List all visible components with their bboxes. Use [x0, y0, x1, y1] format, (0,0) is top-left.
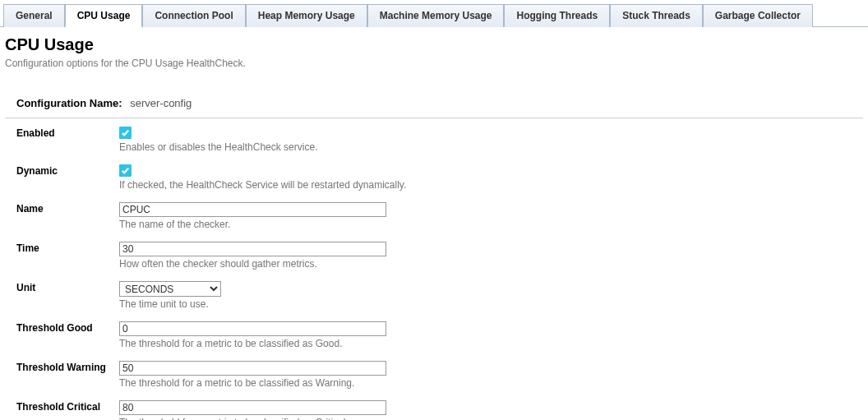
unit-label: Unit — [16, 281, 119, 321]
threshold-good-help: The threshold for a metric to be classif… — [119, 338, 406, 349]
name-help: The name of the checker. — [119, 219, 406, 230]
dynamic-label: Dynamic — [16, 164, 119, 202]
enabled-label: Enabled — [16, 127, 119, 164]
tab-cpu-usage[interactable]: CPU Usage — [65, 4, 143, 27]
threshold-warning-help: The threshold for a metric to be classif… — [119, 377, 406, 389]
tab-garbage-collector[interactable]: Garbage Collector — [703, 4, 813, 27]
tab-general[interactable]: General — [3, 4, 65, 27]
page-header: CPU Usage Configuration options for the … — [0, 27, 868, 74]
threshold-critical-input[interactable] — [119, 400, 386, 415]
tab-bar: General CPU Usage Connection Pool Heap M… — [0, 0, 868, 27]
form-table: Enabled Enables or disables the HealthCh… — [16, 127, 406, 420]
config-name-label: Configuration Name: — [16, 97, 122, 109]
threshold-warning-input[interactable] — [119, 361, 386, 376]
tab-machine-memory-usage[interactable]: Machine Memory Usage — [367, 4, 505, 27]
name-label: Name — [16, 202, 119, 242]
name-input[interactable] — [119, 202, 386, 217]
dynamic-checkbox[interactable] — [119, 164, 132, 177]
tab-hogging-threads[interactable]: Hogging Threads — [504, 4, 610, 27]
unit-help: The time unit to use. — [119, 298, 406, 310]
threshold-good-label: Threshold Good — [16, 321, 119, 361]
divider — [5, 118, 863, 118]
tab-heap-memory-usage[interactable]: Heap Memory Usage — [246, 4, 367, 27]
threshold-good-input[interactable] — [119, 321, 386, 336]
check-icon — [121, 166, 130, 175]
check-icon — [121, 128, 130, 137]
time-input[interactable] — [119, 242, 386, 256]
threshold-critical-help: The threshold for a metric to be classif… — [119, 417, 406, 420]
page-subtitle: Configuration options for the CPU Usage … — [5, 58, 863, 69]
dynamic-help: If checked, the HealthCheck Service will… — [119, 179, 406, 191]
page-title: CPU Usage — [5, 35, 863, 54]
threshold-critical-label: Threshold Critical — [16, 400, 119, 420]
unit-select[interactable]: SECONDS — [119, 281, 221, 297]
enabled-help: Enables or disables the HealthCheck serv… — [119, 141, 406, 153]
time-label: Time — [16, 242, 119, 281]
config-name-value: server-config — [130, 97, 192, 109]
time-help: How often the checker should gather metr… — [119, 258, 406, 270]
tab-stuck-threads[interactable]: Stuck Threads — [610, 4, 703, 27]
threshold-warning-label: Threshold Warning — [16, 361, 119, 400]
tab-connection-pool[interactable]: Connection Pool — [142, 4, 245, 27]
enabled-checkbox[interactable] — [119, 127, 132, 139]
config-name-row: Configuration Name: server-config — [0, 74, 868, 118]
